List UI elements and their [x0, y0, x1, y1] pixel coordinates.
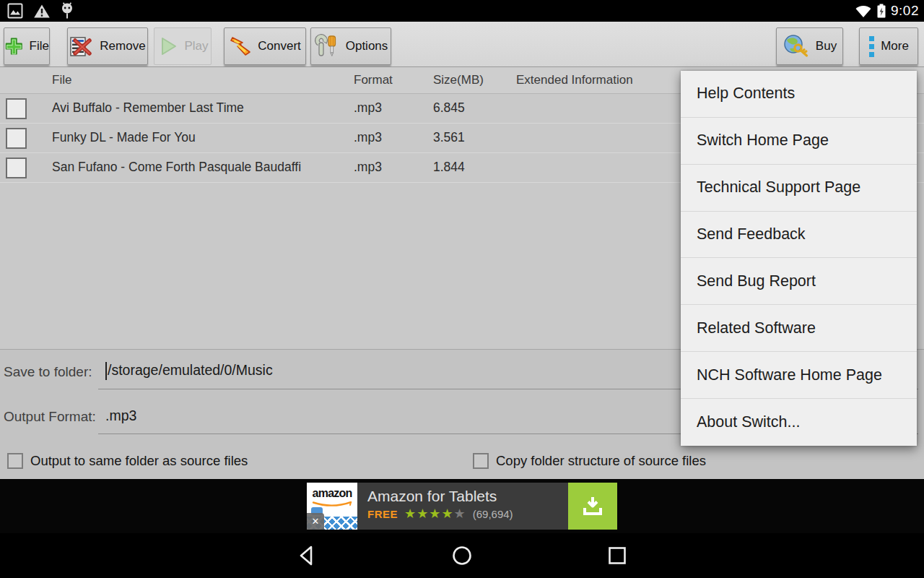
row-checkbox[interactable] [6, 98, 27, 119]
more-menu-popup: Help Contents Switch Home Page Technical… [681, 71, 917, 446]
warning-icon [33, 4, 51, 19]
size-cell: 1.844 [433, 160, 465, 175]
buy-button[interactable]: Buy [776, 27, 843, 65]
save-to-folder-field[interactable]: /storage/emulated/0/Music [105, 362, 273, 380]
android-nav-bar [0, 533, 924, 578]
star-icon: ★ [417, 506, 429, 521]
play-icon [157, 35, 178, 57]
button-label: Remove [100, 39, 145, 53]
menu-item-nch-software-home-page[interactable]: NCH Software Home Page [681, 352, 917, 399]
button-label: More [881, 39, 909, 53]
button-label: File [30, 39, 49, 53]
toolbar: File Remove Play Convert Options Buy Mor… [0, 22, 924, 67]
screenshot-icon [7, 3, 23, 19]
star-icon: ★ [429, 506, 441, 521]
format-cell: .mp3 [354, 160, 382, 175]
switch-converter-app: 9:02 File Remove Play Convert Options Bu… [0, 0, 924, 578]
ad-rating-count: (69,694) [473, 508, 513, 520]
button-label: Play [184, 39, 208, 53]
remove-button[interactable]: Remove [67, 27, 148, 65]
output-format-field[interactable]: .mp3 [105, 407, 136, 424]
output-format-label: Output Format: [4, 409, 96, 425]
format-cell: .mp3 [354, 130, 382, 145]
clock: 9:02 [891, 3, 919, 19]
ad-rating-row: FREE ★★★★★ (69,694) [367, 507, 568, 520]
download-icon [581, 496, 604, 517]
ad-close-button[interactable]: ✕ [307, 513, 324, 530]
back-button[interactable] [295, 543, 319, 568]
more-button[interactable]: More [859, 27, 918, 65]
more-dots-icon [868, 35, 875, 58]
format-cell: .mp3 [354, 100, 382, 116]
file-name-cell: Funky DL - Made For You [52, 130, 196, 145]
same-folder-checkbox[interactable] [7, 453, 23, 469]
ad-banner[interactable]: amazon ✕ Amazon for Tablets FREE ★★★★★ (… [307, 483, 617, 530]
menu-item-help-contents[interactable]: Help Contents [681, 71, 917, 118]
output-format-value: .mp3 [105, 407, 136, 423]
convert-icon [229, 35, 252, 57]
status-bar-notifications [7, 0, 74, 22]
amazon-logo: amazon [307, 487, 357, 500]
copy-structure-checkbox[interactable] [473, 453, 489, 469]
text-cursor [105, 362, 107, 380]
same-folder-checkbox-label: Output to same folder as source files [30, 453, 248, 469]
save-to-folder-value: /storage/emulated/0/Music [108, 362, 273, 378]
options-button[interactable]: Options [310, 27, 391, 65]
save-to-folder-label: Save to folder: [4, 364, 92, 380]
home-button[interactable] [450, 543, 474, 568]
options-tools-icon [314, 34, 340, 59]
ad-content: Amazon for Tablets FREE ★★★★★ (69,694) [357, 483, 568, 530]
size-cell: 6.845 [433, 100, 465, 116]
column-header-format: Format [354, 73, 393, 87]
button-label: Convert [258, 39, 301, 53]
convert-button[interactable]: Convert [224, 27, 306, 65]
menu-item-send-feedback[interactable]: Send Feedback [681, 212, 917, 259]
buy-globe-key-icon [783, 34, 810, 59]
ad-price: FREE [367, 508, 398, 520]
row-checkbox[interactable] [6, 158, 27, 178]
remove-file-icon [69, 35, 94, 58]
ad-strip: amazon ✕ Amazon for Tablets FREE ★★★★★ (… [0, 479, 924, 533]
button-label: Options [346, 39, 388, 53]
add-file-button[interactable]: File [4, 27, 50, 65]
ad-download-button[interactable] [568, 483, 617, 530]
file-name-cell: Avi Buffalo - Remember Last Time [52, 100, 244, 116]
status-bar-system: 9:02 [855, 0, 919, 22]
usb-debugging-icon [61, 2, 74, 20]
menu-item-technical-support-page[interactable]: Technical Support Page [681, 165, 917, 212]
ad-title: Amazon for Tablets [367, 488, 568, 505]
ad-stars: ★★★★★ [404, 507, 466, 520]
column-header-extended-info: Extended Information [516, 73, 633, 87]
ad-app-tile: amazon ✕ [307, 483, 357, 530]
status-bar: 9:02 [0, 0, 924, 22]
menu-item-about-switch[interactable]: About Switch... [681, 399, 917, 446]
copy-structure-checkbox-label: Copy folder structure of source files [496, 453, 706, 469]
menu-item-switch-home-page[interactable]: Switch Home Page [681, 118, 917, 165]
menu-item-related-software[interactable]: Related Software [681, 305, 917, 352]
size-cell: 3.561 [433, 130, 465, 145]
menu-item-send-bug-report[interactable]: Send Bug Report [681, 258, 917, 305]
column-header-size: Size(MB) [433, 73, 484, 87]
play-button[interactable]: Play [154, 27, 212, 65]
recents-button[interactable] [605, 543, 629, 568]
wifi-icon [855, 4, 872, 18]
column-header-file: File [52, 73, 71, 87]
battery-charging-icon [877, 4, 886, 18]
row-checkbox[interactable] [6, 128, 27, 149]
button-label: Buy [816, 39, 837, 53]
star-icon: ★ [441, 506, 453, 521]
file-name-cell: San Fufano - Come Forth Pasquale Baudaff… [52, 160, 301, 175]
add-file-icon [4, 35, 24, 57]
star-icon: ★ [404, 506, 417, 521]
star-icon: ★ [454, 506, 466, 521]
